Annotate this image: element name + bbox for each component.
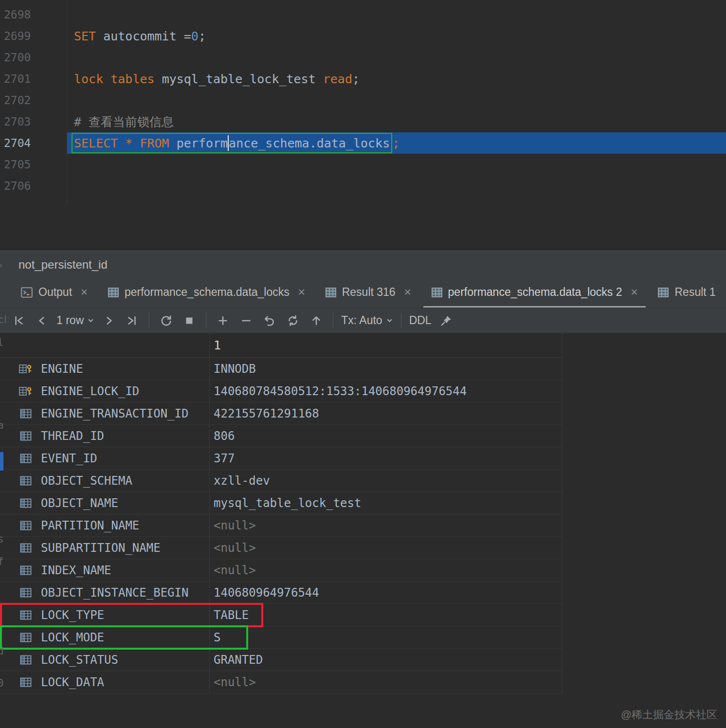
delete-row-button[interactable] — [235, 310, 258, 331]
field-name-cell: SUBPARTITION_NAME — [0, 537, 209, 559]
table-row-engine-transaction-id[interactable]: ENGINE_TRANSACTION_ID422155761291168 — [0, 402, 562, 425]
previous-row-button[interactable] — [30, 310, 54, 331]
field-value-cell[interactable]: 140680784580512:1533:140680964976544 — [209, 380, 562, 402]
field-value-cell[interactable]: INNODB — [209, 358, 562, 380]
field-value-cell[interactable]: S — [209, 626, 562, 648]
code-text — [67, 47, 726, 68]
grid-icon — [108, 287, 119, 298]
pin-button[interactable] — [435, 310, 458, 331]
table-row-index-name[interactable]: INDEX_NAME<null> — [0, 559, 562, 582]
table-row-lock-type[interactable]: LOCK_TYPETABLE — [0, 604, 562, 626]
close-icon[interactable]: ✕ — [404, 287, 412, 298]
sync-button[interactable] — [281, 310, 305, 331]
editor-line[interactable]: 2699SET autocommit =0; — [0, 25, 726, 47]
grid-icon — [431, 287, 443, 298]
ide-window: { "colors": { "editor_bg": "#2b2b2b", "p… — [0, 0, 726, 728]
tab-output[interactable]: Output✕ — [13, 278, 96, 308]
close-icon[interactable]: ✕ — [631, 287, 638, 298]
result-tabs: Output✕performance_schema.data_locks✕Res… — [0, 278, 726, 308]
first-row-button[interactable] — [7, 310, 30, 331]
revert-button[interactable] — [258, 310, 281, 331]
field-value-cell[interactable]: <null> — [209, 559, 562, 581]
field-value-cell[interactable]: mysql_table_lock_test — [209, 492, 562, 514]
editor-line[interactable]: 2705 — [0, 154, 726, 175]
last-row-button[interactable] — [121, 310, 144, 331]
field-value-cell[interactable]: 377 — [209, 447, 562, 469]
editor-line[interactable]: 2703# 查看当前锁信息 — [0, 111, 726, 132]
code-token: * — [125, 136, 140, 150]
field-value-cell[interactable]: xzll-dev — [209, 470, 562, 491]
table-icon — [18, 610, 33, 620]
table-row-object-name[interactable]: OBJECT_NAMEmysql_table_lock_test — [0, 492, 562, 514]
add-row-button[interactable] — [211, 310, 235, 331]
field-value-cell[interactable]: <null> — [209, 514, 562, 536]
field-name-cell: ENGINE_TRANSACTION_ID — [0, 402, 209, 424]
field-name-cell: OBJECT_INSTANCE_BEGIN — [0, 582, 209, 603]
row-count-selector[interactable]: 1 row — [54, 310, 97, 331]
grid-header-column[interactable]: 1 — [209, 333, 562, 357]
field-name: OBJECT_NAME — [41, 496, 118, 510]
table-icon — [18, 588, 33, 598]
tab-result-1[interactable]: Result 1 — [650, 278, 723, 308]
field-name-cell: THREAD_ID — [0, 425, 209, 447]
sql-editor[interactable]: 26982699SET autocommit =0;27002701lock t… — [0, 0, 726, 204]
editor-line[interactable]: 2702 — [0, 90, 726, 111]
tx-mode-selector[interactable]: Tx: Auto — [338, 310, 396, 331]
close-icon[interactable]: ✕ — [80, 287, 88, 298]
field-name: LOCK_MODE — [41, 631, 104, 644]
ddl-button[interactable]: DDL — [406, 310, 435, 331]
table-row-event-id[interactable]: EVENT_ID377 — [0, 447, 562, 470]
table-row-lock-status[interactable]: LOCK_STATUSGRANTED — [0, 649, 562, 671]
reload-button[interactable] — [154, 310, 178, 331]
field-value-cell[interactable]: <null> — [209, 537, 562, 559]
line-number: 2703 — [0, 115, 67, 128]
table-row-object-schema[interactable]: OBJECT_SCHEMAxzll-dev — [0, 470, 562, 492]
editor-line[interactable]: 2698 — [0, 4, 726, 25]
tab-label: performance_schema.data_locks 2 — [448, 286, 622, 299]
code-token: lock tables — [74, 72, 162, 86]
table-icon — [18, 655, 33, 665]
field-value-cell[interactable]: 422155761291168 — [209, 402, 562, 424]
table-row-engine[interactable]: ENGINEINNODB — [0, 358, 562, 380]
table-icon — [18, 454, 33, 463]
field-name: EVENT_ID — [41, 452, 97, 465]
field-name: LOCK_DATA — [41, 675, 104, 689]
table-row-engine-lock-id[interactable]: ENGINE_LOCK_ID140680784580512:1533:14068… — [0, 380, 562, 402]
editor-line[interactable]: 2701lock tables mysql_table_lock_test re… — [0, 68, 726, 90]
upload-button[interactable] — [305, 310, 328, 331]
field-value-cell[interactable]: <null> — [209, 671, 562, 693]
breadcrumb[interactable]: not_persistent_id — [18, 258, 108, 272]
toolbar-divider — [401, 313, 401, 328]
table-row-subpartition-name[interactable]: SUBPARTITION_NAME<null> — [0, 537, 562, 559]
field-value-cell[interactable]: GRANTED — [209, 649, 562, 671]
table-row-thread-id[interactable]: THREAD_ID806 — [0, 425, 562, 447]
table-row-partition-name[interactable]: PARTITION_NAME<null> — [0, 514, 562, 537]
tab-performance-schema-data-locks[interactable]: performance_schema.data_locks✕ — [100, 278, 313, 308]
line-number: 2699 — [0, 30, 67, 42]
code-text: lock tables mysql_table_lock_test read; — [67, 68, 726, 90]
table-row-object-instance-begin[interactable]: OBJECT_INSTANCE_BEGIN140680964976544 — [0, 582, 562, 604]
stop-button[interactable] — [178, 310, 201, 331]
table-row-lock-mode[interactable]: LOCK_MODES — [0, 626, 562, 649]
close-icon[interactable]: ✕ — [298, 287, 306, 298]
code-text — [67, 175, 726, 197]
tab-label: Result 1 — [674, 286, 715, 299]
editor-line[interactable]: 2700 — [0, 47, 726, 68]
code-token: SELECT — [74, 136, 125, 150]
field-value-cell[interactable]: 806 — [209, 425, 562, 447]
next-row-button[interactable] — [97, 310, 121, 331]
table-row-lock-data[interactable]: LOCK_DATA<null> — [0, 671, 562, 693]
field-name: SUBPARTITION_NAME — [41, 541, 161, 555]
code-token: perform — [177, 136, 228, 150]
field-value-cell[interactable]: TABLE — [209, 604, 562, 626]
tab-result-316[interactable]: Result 316✕ — [317, 278, 419, 308]
field-name-cell: LOCK_TYPE — [0, 604, 209, 626]
code-token: SET — [74, 29, 96, 43]
field-name-cell: PARTITION_NAME — [0, 514, 209, 536]
editor-line[interactable]: 2704SELECT * FROM performance_schema.dat… — [0, 132, 726, 154]
editor-line[interactable]: 2706 — [0, 175, 726, 197]
tab-performance-schema-data-locks-2[interactable]: performance_schema.data_locks 2✕ — [423, 278, 646, 308]
field-name-cell: OBJECT_NAME — [0, 492, 209, 514]
field-value-cell[interactable]: 140680964976544 — [209, 582, 562, 603]
line-number: 2704 — [0, 137, 67, 149]
